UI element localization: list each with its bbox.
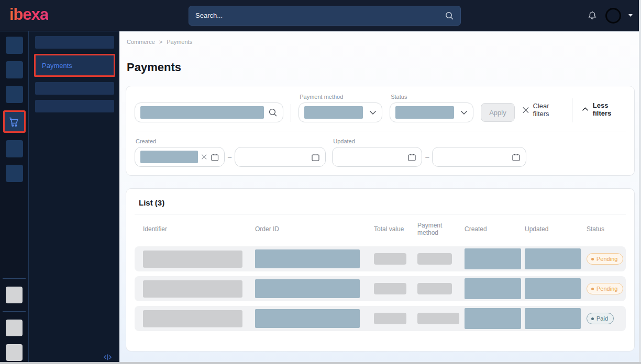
menu-item-placeholder-2[interactable] bbox=[35, 82, 114, 95]
chevron-up-icon bbox=[582, 107, 589, 111]
column-header-total-value: Total value bbox=[374, 225, 417, 233]
menu-item-payments-label: Payments bbox=[42, 62, 72, 70]
sidebar-item-placeholder-1[interactable] bbox=[6, 37, 23, 54]
cell-updated-placeholder bbox=[525, 308, 581, 329]
menu-item-placeholder-1[interactable] bbox=[35, 36, 114, 49]
sidebar-bottom-item-3[interactable] bbox=[6, 344, 23, 361]
cell-total-value-placeholder bbox=[374, 253, 406, 265]
less-filters-button[interactable]: Less filters bbox=[582, 101, 626, 117]
sidebar-resize-handle-icon[interactable] bbox=[103, 354, 112, 361]
payment-method-select[interactable] bbox=[299, 103, 382, 122]
sidebar-item-placeholder-3[interactable] bbox=[6, 86, 23, 103]
sidebar-item-placeholder-2[interactable] bbox=[6, 61, 23, 78]
calendar-icon[interactable] bbox=[407, 153, 416, 162]
status-value-placeholder bbox=[395, 106, 454, 119]
search-icon bbox=[445, 11, 454, 20]
search-icon bbox=[268, 108, 278, 117]
divider bbox=[135, 214, 626, 214]
clear-filters-button[interactable]: Clear filters bbox=[522, 102, 565, 118]
breadcrumb-payments: Payments bbox=[167, 39, 192, 45]
updated-from-input[interactable] bbox=[332, 147, 422, 167]
vertical-scrollbar-track[interactable] bbox=[639, 0, 641, 364]
topbar: ibexa bbox=[0, 0, 641, 31]
filter-search-input[interactable] bbox=[135, 103, 283, 122]
status-dot-icon bbox=[591, 317, 594, 320]
cell-total-value-placeholder bbox=[374, 313, 406, 324]
column-header-status: Status bbox=[587, 225, 626, 233]
breadcrumb-commerce[interactable]: Commerce bbox=[127, 39, 155, 45]
cell-order-id-placeholder bbox=[255, 249, 360, 268]
menu-item-payments-active[interactable]: Payments bbox=[34, 54, 115, 77]
cell-updated-placeholder bbox=[525, 278, 581, 299]
sidebar-item-placeholder-5[interactable] bbox=[6, 165, 23, 182]
updated-date-range: – bbox=[332, 147, 526, 167]
app-shell: Payments Commerce > Payments Payments bbox=[0, 31, 641, 364]
filters-row-primary: Payment method Status bbox=[135, 94, 626, 131]
status-select[interactable] bbox=[390, 103, 473, 122]
table-row[interactable]: Pending bbox=[135, 276, 626, 301]
status-dot-icon bbox=[591, 288, 594, 290]
cell-payment-method-placeholder bbox=[417, 283, 452, 294]
cell-order-id-placeholder bbox=[255, 279, 360, 298]
app-logo[interactable]: ibexa bbox=[0, 5, 48, 26]
column-header-payment-method: Payment method bbox=[417, 222, 465, 236]
created-to-input[interactable] bbox=[235, 147, 326, 167]
less-filters-label: Less filters bbox=[593, 101, 626, 117]
payment-method-value-placeholder bbox=[304, 106, 363, 119]
cell-payment-method-placeholder bbox=[417, 253, 452, 265]
cell-total-value-placeholder bbox=[374, 283, 406, 294]
secondary-sidebar: Payments bbox=[29, 31, 119, 364]
apply-button[interactable]: Apply bbox=[481, 103, 515, 122]
payment-method-label: Payment method bbox=[299, 94, 382, 100]
sidebar-bottom-item-2[interactable] bbox=[6, 320, 23, 336]
divider bbox=[291, 104, 291, 122]
divider bbox=[572, 98, 572, 122]
payments-list-panel: List (3) Identifier Order ID Total value… bbox=[126, 188, 635, 351]
chevron-down-icon bbox=[369, 110, 377, 115]
updated-to-input[interactable] bbox=[432, 147, 526, 167]
table-row[interactable]: Paid bbox=[135, 306, 626, 331]
clear-filters-label: Clear filters bbox=[533, 102, 565, 118]
column-header-created: Created bbox=[465, 225, 525, 233]
user-menu-caret-icon[interactable] bbox=[628, 14, 633, 17]
updated-filter-group: Updated – bbox=[332, 138, 526, 167]
clear-date-x-icon[interactable] bbox=[201, 154, 207, 160]
created-label: Created bbox=[135, 138, 326, 144]
calendar-icon[interactable] bbox=[211, 153, 219, 162]
table-row[interactable]: Pending bbox=[135, 246, 626, 271]
icon-sidebar bbox=[0, 31, 29, 364]
breadcrumb-separator: > bbox=[159, 39, 162, 45]
cell-identifier-placeholder bbox=[143, 280, 242, 298]
sidebar-bottom-item-1[interactable] bbox=[6, 287, 23, 303]
notifications-bell-icon[interactable] bbox=[587, 10, 598, 21]
global-search[interactable] bbox=[189, 6, 461, 26]
sidebar-item-commerce-active[interactable] bbox=[3, 110, 26, 133]
calendar-icon[interactable] bbox=[311, 153, 320, 162]
created-from-input[interactable] bbox=[135, 147, 225, 167]
global-search-input[interactable] bbox=[195, 12, 445, 19]
payment-method-filter-group: Payment method bbox=[299, 94, 382, 122]
menu-item-placeholder-3[interactable] bbox=[35, 100, 114, 112]
cell-order-id-placeholder bbox=[255, 309, 360, 328]
topbar-actions bbox=[587, 8, 641, 24]
main-content: Commerce > Payments Payments Payment met… bbox=[119, 31, 641, 364]
calendar-icon[interactable] bbox=[512, 153, 521, 162]
x-icon bbox=[522, 106, 529, 114]
column-header-identifier: Identifier bbox=[143, 225, 255, 233]
breadcrumb: Commerce > Payments bbox=[126, 39, 635, 45]
sidebar-bottom-group bbox=[0, 278, 28, 361]
created-date-range: – bbox=[135, 147, 326, 167]
range-separator: – bbox=[425, 153, 429, 161]
status-dot-icon bbox=[591, 258, 594, 260]
cell-created-placeholder bbox=[465, 278, 521, 299]
page-title: Payments bbox=[126, 61, 635, 74]
cell-identifier-placeholder bbox=[143, 310, 242, 327]
status-label: Status bbox=[390, 94, 473, 100]
list-title: List (3) bbox=[135, 198, 626, 207]
user-avatar[interactable] bbox=[605, 8, 621, 24]
filter-search-value-placeholder bbox=[140, 106, 264, 119]
cell-created-placeholder bbox=[465, 248, 521, 269]
table-header: Identifier Order ID Total value Payment … bbox=[135, 217, 626, 242]
horizontal-scrollbar-track[interactable] bbox=[0, 362, 641, 364]
sidebar-item-placeholder-4[interactable] bbox=[6, 140, 23, 157]
